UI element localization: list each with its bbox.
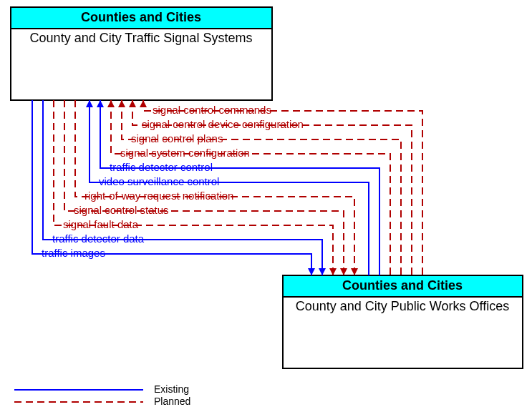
node-title-label: County and City Traffic Signal Systems bbox=[30, 31, 253, 45]
svg-marker-6 bbox=[118, 100, 125, 107]
node-public-works-offices: Counties and Cities County and City Publ… bbox=[283, 275, 523, 368]
svg-marker-9 bbox=[86, 100, 93, 107]
svg-marker-8 bbox=[97, 100, 104, 107]
svg-marker-11 bbox=[340, 268, 347, 275]
flow-label: video surveillance control bbox=[99, 175, 219, 187]
svg-marker-14 bbox=[308, 268, 315, 275]
svg-marker-4 bbox=[140, 100, 147, 107]
svg-marker-5 bbox=[129, 100, 136, 107]
flow-label: traffic detector data bbox=[52, 232, 145, 245]
flow-label: traffic detector control bbox=[110, 161, 213, 173]
flow-label: traffic images bbox=[42, 247, 105, 259]
svg-marker-7 bbox=[107, 100, 115, 107]
flow-label: signal fault data bbox=[63, 218, 139, 230]
flow-label: signal control plans bbox=[131, 132, 223, 144]
svg-marker-10 bbox=[351, 268, 358, 275]
flow-label: signal control status bbox=[74, 204, 169, 216]
architecture-diagram: Counties and Cities County and City Traf… bbox=[0, 0, 532, 417]
svg-marker-12 bbox=[329, 268, 337, 275]
node-header-label: Counties and Cities bbox=[81, 10, 201, 24]
node-title-label: County and City Public Works Offices bbox=[296, 299, 509, 313]
flow-label: right-of-way request notification bbox=[84, 190, 233, 202]
flow-label: signal system configuration bbox=[120, 147, 250, 159]
flow-label: signal control device configuration bbox=[142, 118, 304, 130]
legend-planned-label: Planned bbox=[154, 396, 190, 407]
legend-existing-label: Existing bbox=[154, 383, 189, 395]
legend: Existing Planned bbox=[14, 383, 190, 407]
node-header-label: Counties and Cities bbox=[342, 278, 463, 293]
flow-label: signal control commands bbox=[153, 104, 271, 116]
node-traffic-signal-systems: Counties and Cities County and City Traf… bbox=[11, 7, 272, 100]
svg-marker-13 bbox=[319, 268, 326, 275]
